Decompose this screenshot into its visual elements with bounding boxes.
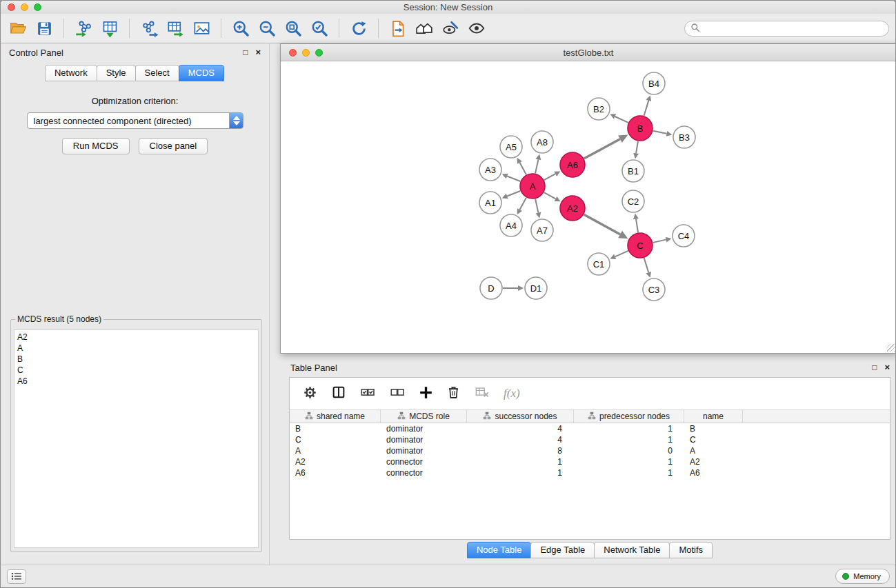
task-history-button[interactable] [7, 569, 26, 584]
graph-edge-C-C4[interactable] [653, 240, 666, 243]
table-row[interactable]: A2 connector 1 1 A2 [290, 456, 890, 467]
cell-mcds-role[interactable]: dominator [381, 446, 467, 456]
memory-button[interactable]: Memory [835, 569, 890, 584]
delete-column-icon[interactable] [446, 385, 461, 403]
cell-successors[interactable]: 8 [467, 446, 574, 456]
refresh-layout-icon[interactable] [348, 17, 370, 40]
tab-select[interactable]: Select [135, 65, 179, 81]
table-row[interactable]: A dominator 8 0 A [290, 445, 890, 456]
column-header[interactable]: shared name [290, 410, 381, 423]
zoom-window-button[interactable] [34, 3, 41, 11]
graph-edge-A-A2[interactable] [544, 192, 556, 199]
export-table-icon[interactable] [164, 17, 186, 40]
cell-name[interactable]: B [684, 424, 743, 434]
cell-predecessors[interactable]: 1 [574, 435, 684, 445]
cell-mcds-role[interactable]: connector [381, 468, 467, 478]
tab-network[interactable]: Network [45, 65, 97, 81]
cell-name[interactable]: C [684, 435, 743, 445]
graph-edge-A6-B[interactable] [584, 139, 620, 159]
style-details-icon[interactable] [439, 17, 461, 40]
cell-name[interactable]: A [684, 446, 743, 456]
cell-mcds-role[interactable]: dominator [381, 424, 467, 434]
column-header[interactable]: name [684, 410, 743, 423]
export-image-icon[interactable] [190, 17, 212, 40]
tab-motifs[interactable]: Motifs [669, 542, 713, 558]
resize-handle[interactable] [887, 344, 895, 352]
graph-edge-B-B1[interactable] [636, 141, 638, 154]
zoom-in-icon[interactable] [230, 17, 252, 40]
cell-predecessors[interactable]: 1 [574, 457, 684, 467]
network-minimize-button[interactable] [302, 49, 310, 57]
close-panel-icon[interactable]: × [255, 48, 261, 57]
tab-network-table[interactable]: Network Table [594, 542, 670, 558]
close-panel-button[interactable]: Close panel [139, 138, 208, 154]
select-all-columns-icon[interactable] [359, 385, 376, 403]
zoom-selected-icon[interactable] [308, 17, 330, 40]
cell-successors[interactable]: 1 [467, 457, 574, 467]
close-window-button[interactable] [8, 3, 15, 11]
graph-edge-C-C1[interactable] [615, 251, 628, 257]
table-row[interactable]: C dominator 4 1 C [290, 434, 890, 445]
cell-shared-name[interactable]: A6 [290, 468, 381, 478]
cell-shared-name[interactable]: A [290, 446, 381, 456]
open-session-icon[interactable] [7, 17, 29, 40]
create-column-icon[interactable] [419, 385, 433, 403]
network-close-button[interactable] [289, 49, 297, 57]
cell-successors[interactable]: 4 [467, 435, 574, 445]
import-table-icon[interactable] [99, 17, 121, 40]
open-file-icon[interactable] [387, 17, 409, 40]
graph-edge-C-C3[interactable] [644, 258, 649, 272]
zoom-out-icon[interactable] [256, 17, 278, 40]
save-session-icon[interactable] [33, 17, 55, 40]
cell-name[interactable]: A2 [684, 457, 743, 467]
graph-edge-A-A1[interactable] [507, 191, 520, 196]
column-header[interactable]: MCDS role [381, 410, 467, 423]
network-window-titlebar[interactable]: testGlobe.txt [281, 44, 896, 61]
column-header[interactable]: predecessor nodes [574, 410, 684, 423]
tab-edge-table[interactable]: Edge Table [530, 542, 595, 558]
dropdown-stepper-icon[interactable] [229, 113, 243, 128]
optimization-criterion-select[interactable]: largest connected component (directed) [27, 112, 243, 129]
import-network-icon[interactable] [72, 17, 94, 40]
graph-edge-A-A5[interactable] [519, 163, 526, 174]
mcds-result-list[interactable]: A2 A B C A6 [14, 330, 259, 548]
table-settings-icon[interactable] [302, 385, 318, 403]
unselect-all-columns-icon[interactable] [389, 385, 406, 403]
network-zoom-button[interactable] [315, 49, 323, 57]
result-item[interactable]: C [17, 365, 255, 376]
run-mcds-button[interactable]: Run MCDS [62, 138, 130, 154]
graph-edge-A-A6[interactable] [544, 174, 556, 180]
table-row[interactable]: A6 connector 1 1 A6 [290, 467, 890, 478]
network-canvas[interactable]: B4B2BB3A8A5A6A3B1AA1C2A2A4A7C4CC1C3DD1 [281, 61, 896, 353]
zoom-fit-icon[interactable] [282, 17, 304, 40]
tab-mcds[interactable]: MCDS [179, 65, 224, 81]
export-network-icon[interactable] [138, 17, 160, 40]
cell-successors[interactable]: 1 [467, 468, 574, 478]
cell-predecessors[interactable]: 1 [574, 424, 684, 434]
cell-predecessors[interactable]: 0 [574, 446, 684, 456]
show-columns-icon[interactable] [331, 385, 346, 403]
tab-node-table[interactable]: Node Table [467, 542, 532, 558]
cell-successors[interactable]: 4 [467, 424, 574, 434]
toolbar-search[interactable] [684, 21, 889, 37]
close-table-panel-icon[interactable]: × [884, 363, 890, 372]
home-icon[interactable] [413, 17, 435, 40]
result-item[interactable]: A [17, 343, 255, 354]
graph-edge-B-B4[interactable] [644, 101, 649, 116]
float-table-panel-icon[interactable]: □ [872, 363, 877, 372]
cell-name[interactable]: A6 [684, 468, 743, 478]
graph-edge-B-B3[interactable] [653, 131, 667, 134]
minimize-window-button[interactable] [21, 3, 28, 11]
cell-mcds-role[interactable]: connector [381, 457, 467, 467]
graph-edge-A-A4[interactable] [519, 198, 526, 210]
graph-edge-B-B2[interactable] [615, 116, 628, 123]
graph-edge-A-A8[interactable] [535, 159, 538, 173]
cell-shared-name[interactable]: B [290, 424, 381, 434]
show-hide-icon[interactable] [466, 17, 488, 40]
search-input[interactable] [704, 24, 883, 34]
cell-mcds-role[interactable]: dominator [381, 435, 467, 445]
graph-edge-C-C2[interactable] [636, 219, 638, 233]
result-item[interactable]: A6 [17, 376, 255, 387]
tab-style[interactable]: Style [97, 65, 136, 81]
cell-shared-name[interactable]: A2 [290, 457, 381, 467]
